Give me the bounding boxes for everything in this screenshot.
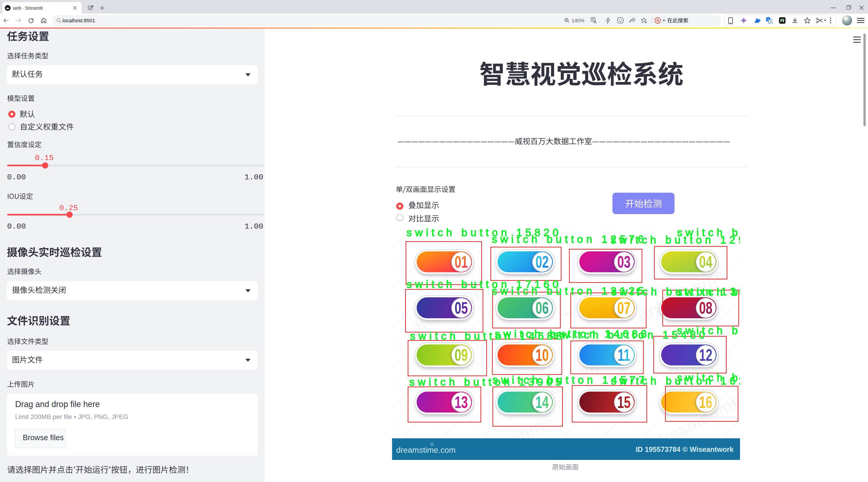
svg-text:S: S xyxy=(656,19,659,23)
svg-text:文: 文 xyxy=(769,20,772,24)
svg-text:!: ! xyxy=(758,19,760,22)
